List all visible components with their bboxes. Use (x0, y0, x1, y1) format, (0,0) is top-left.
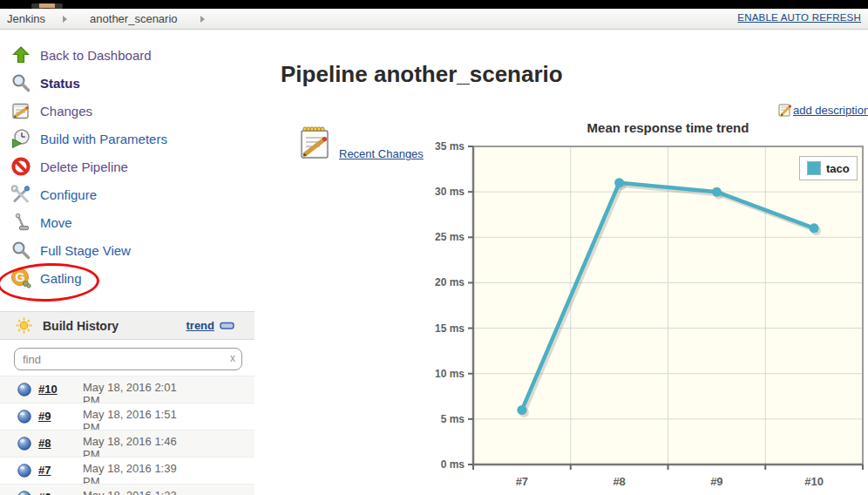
blue-ball-icon (17, 383, 31, 397)
sidebar-item-label: Gatling (40, 271, 82, 286)
chart-legend: taco (799, 156, 858, 180)
breadcrumb: Jenkins another_scenario ENABLE AUTO REF… (0, 9, 868, 30)
build-history-find-input[interactable] (14, 348, 242, 370)
no-entry-icon (10, 156, 31, 177)
sidebar-item-label: Build with Parameters (40, 132, 167, 146)
build-history-row[interactable]: #6May 18, 2016 1:33 PM (0, 484, 254, 495)
build-date: May 18, 2016 2:01 PM (83, 381, 186, 403)
sidebar-item-full-stage-view[interactable]: Full Stage View (0, 236, 254, 264)
sidebar-item-changes[interactable]: Changes (0, 97, 254, 125)
svg-text:20 ms: 20 ms (435, 276, 465, 288)
legend-label: taco (826, 162, 850, 175)
sidebar-menu: Back to DashboardStatusChangesBuild with… (0, 41, 254, 292)
notepad-icon (10, 100, 31, 121)
sidebar-item-label: Configure (40, 187, 97, 202)
main-content: Pipeline another_scenario add descriptio… (254, 29, 868, 495)
blue-ball-icon (17, 464, 31, 478)
build-history-title: Build History (43, 319, 119, 333)
sidebar-item-build-with-parameters[interactable]: Build with Parameters (0, 125, 254, 153)
sidebar-item-label: Delete Pipeline (40, 159, 128, 174)
build-date: May 18, 2016 1:33 PM (83, 489, 186, 495)
blue-ball-icon (17, 410, 31, 424)
recent-changes-icon (299, 125, 330, 161)
svg-text:0 ms: 0 ms (441, 458, 465, 471)
svg-text:25 ms: 25 ms (435, 231, 465, 243)
svg-text:15 ms: 15 ms (435, 322, 465, 335)
breadcrumb-separator-icon (63, 16, 67, 23)
svg-text:#10: #10 (804, 475, 824, 488)
add-description-link[interactable]: add description (793, 104, 868, 117)
clock-play-icon (10, 128, 31, 149)
jenkins-mascot (26, 0, 68, 9)
legend-swatch (807, 161, 821, 175)
svg-text:#8: #8 (613, 475, 625, 488)
trend-link[interactable]: trend (186, 319, 215, 332)
svg-text:35 ms: 35 ms (435, 140, 465, 153)
magnifier-icon (10, 72, 31, 93)
build-date: May 18, 2016 1:39 PM (83, 462, 186, 484)
tools-icon (10, 184, 31, 205)
edit-icon (778, 103, 792, 117)
build-date: May 18, 2016 1:51 PM (83, 408, 186, 430)
build-link[interactable]: #10 (38, 383, 58, 396)
collapse-icon[interactable] (220, 322, 235, 330)
build-link[interactable]: #9 (38, 410, 51, 423)
sidebar-item-status[interactable]: Status (0, 69, 254, 97)
chart-title: Mean response time trend (473, 120, 863, 135)
sidebar: Back to DashboardStatusChangesBuild with… (0, 29, 254, 495)
build-history-find: x (14, 348, 242, 370)
magnifier-icon (10, 240, 31, 261)
sidebar-item-delete-pipeline[interactable]: Delete Pipeline (0, 153, 254, 180)
svg-text:5 ms: 5 ms (441, 413, 465, 425)
sidebar-item-configure[interactable]: Configure (0, 180, 254, 208)
sidebar-item-label: Move (40, 215, 72, 230)
jenkins-page: Jenkins another_scenario ENABLE AUTO REF… (0, 0, 868, 495)
build-link[interactable]: #6 (38, 491, 51, 495)
build-history-row[interactable]: #9May 18, 2016 1:51 PM (0, 403, 254, 430)
up-arrow-icon (10, 44, 31, 65)
enable-auto-refresh-link[interactable]: ENABLE AUTO REFRESH (737, 12, 861, 23)
gatling-icon: G (10, 268, 31, 288)
build-link[interactable]: #7 (38, 464, 51, 477)
sidebar-item-label: Status (40, 76, 80, 91)
sidebar-item-label: Changes (40, 104, 92, 119)
build-link[interactable]: #8 (38, 437, 51, 450)
sidebar-item-back-to-dashboard[interactable]: Back to Dashboard (0, 41, 254, 69)
sidebar-item-gatling[interactable]: GGatling (0, 264, 254, 292)
build-history-row[interactable]: #8May 18, 2016 1:46 PM (0, 430, 254, 457)
sidebar-item-move[interactable]: Move (0, 208, 254, 236)
build-history-list: #10May 18, 2016 2:01 PM#9May 18, 2016 1:… (0, 376, 254, 495)
recent-changes-link[interactable]: Recent Changes (339, 147, 424, 160)
svg-text:10 ms: 10 ms (435, 368, 465, 380)
top-banner (0, 0, 868, 9)
clear-find-icon[interactable]: x (230, 352, 235, 364)
svg-text:#9: #9 (710, 475, 722, 488)
sidebar-item-label: Full Stage View (40, 243, 131, 258)
breadcrumb-item-jenkins[interactable]: Jenkins (7, 12, 45, 25)
svg-text:30 ms: 30 ms (435, 186, 465, 198)
page-title: Pipeline another_scenario (281, 61, 563, 88)
sun-icon (16, 317, 32, 334)
lever-icon (10, 212, 31, 233)
svg-text:#7: #7 (516, 475, 528, 488)
trend-chart: 0 ms5 ms10 ms15 ms20 ms25 ms30 ms35 ms#7… (431, 139, 868, 493)
build-history-header: Build History trend (0, 311, 254, 340)
build-history-row[interactable]: #10May 18, 2016 2:01 PM (0, 376, 254, 403)
blue-ball-icon (17, 437, 31, 451)
blue-ball-icon (17, 491, 31, 495)
breadcrumb-separator-icon (200, 16, 205, 23)
breadcrumb-item-job[interactable]: another_scenario (90, 12, 177, 25)
add-description[interactable]: add description (778, 103, 868, 117)
sidebar-item-label: Back to Dashboard (40, 48, 152, 63)
build-history-row[interactable]: #7May 18, 2016 1:39 PM (0, 457, 254, 484)
build-date: May 18, 2016 1:46 PM (83, 435, 186, 457)
